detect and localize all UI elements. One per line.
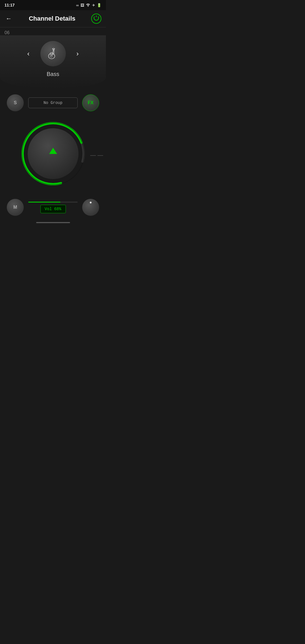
battery-icon: 🔋 — [97, 3, 101, 7]
solo-button[interactable]: S — [7, 94, 24, 111]
icon-section: ‹ › Bass — [0, 35, 106, 89]
next-instrument-button[interactable]: › — [74, 47, 81, 60]
volume-slider[interactable] — [28, 202, 78, 203]
volume-knob[interactable] — [19, 120, 87, 188]
fx-button[interactable]: FX — [82, 94, 99, 111]
page-title: Channel Details — [29, 15, 75, 22]
svg-point-8 — [50, 55, 52, 57]
volume-display: Vol 68% — [28, 202, 78, 213]
bottom-bar: M Vol 68% — [0, 196, 106, 219]
home-indicator — [0, 219, 106, 225]
volume-slider-fill — [28, 202, 60, 203]
prev-instrument-button[interactable]: ‹ — [25, 47, 32, 60]
status-time: 11:17 — [5, 3, 15, 7]
volume-label: Vol 68% — [40, 205, 66, 213]
power-button[interactable] — [91, 14, 101, 24]
side-control: — — — [90, 152, 103, 158]
svg-point-5 — [54, 48, 55, 49]
back-button[interactable]: ← — [5, 14, 13, 23]
instrument-label: Bass — [47, 71, 59, 77]
knob-section: — — — [0, 117, 106, 193]
home-bar — [36, 222, 70, 223]
svg-point-4 — [52, 48, 53, 49]
knob-inner-face — [28, 128, 79, 179]
mute-button[interactable]: M — [7, 199, 24, 216]
header: ← Channel Details — [0, 10, 106, 27]
wifi-icon — [86, 3, 90, 8]
instrument-icon[interactable] — [40, 41, 66, 66]
power-icon — [93, 15, 99, 23]
channel-number: 06 — [0, 27, 106, 35]
status-bar: 11:17 ∞ 🖼 ✈ 🔋 — [0, 0, 106, 10]
pan-knob[interactable] — [82, 199, 99, 216]
status-icons: ∞ 🖼 ✈ 🔋 — [76, 3, 101, 8]
image-icon: 🖼 — [80, 3, 84, 7]
pan-pointer — [90, 202, 91, 203]
controls-row: S No Group FX — [0, 94, 106, 111]
instrument-selector: ‹ › — [25, 41, 81, 66]
no-group-button[interactable]: No Group — [28, 97, 78, 108]
airplane-icon: ✈ — [92, 3, 95, 7]
link-icon: ∞ — [76, 3, 79, 7]
knob-pointer — [49, 148, 57, 154]
side-mini-icon: — — — [90, 152, 103, 158]
